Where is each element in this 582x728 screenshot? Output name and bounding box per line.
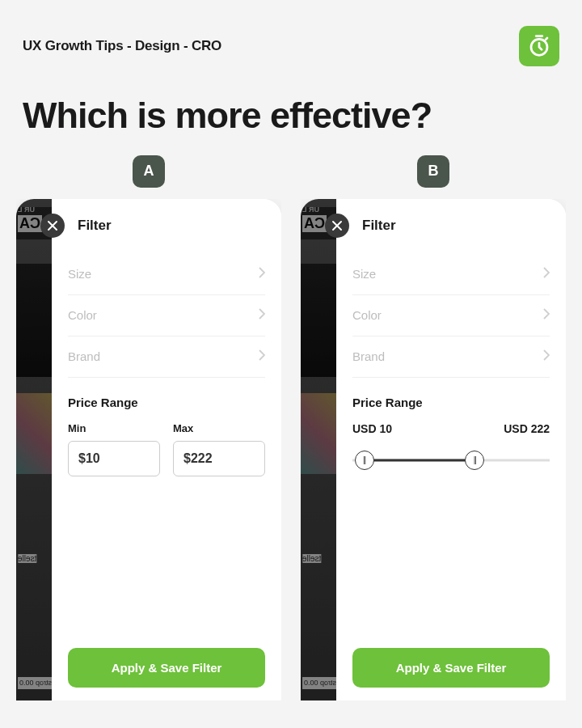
chevron-right-icon [259, 349, 265, 364]
page-header: UX Growth Tips - Design - CRO [0, 0, 582, 66]
slider-max-value: USD 222 [504, 422, 550, 435]
chevron-right-icon [543, 267, 550, 281]
option-label: Brand [352, 349, 385, 363]
price-range-slider[interactable]: || || [352, 450, 550, 471]
close-icon[interactable] [40, 214, 65, 238]
chevron-right-icon [259, 308, 265, 323]
variant-b-badge: B [417, 155, 449, 188]
filter-sheet: Filter Size Color [52, 199, 281, 700]
slider-value-labels: USD 10 USD 222 [352, 422, 550, 435]
min-label: Min [68, 422, 160, 434]
option-label: Size [68, 267, 91, 281]
slider-handle-max[interactable]: || [465, 451, 484, 470]
variant-a-phone: UR L CA tselle t Stoc tastrop 00.0 Filte… [16, 199, 281, 700]
chevron-right-icon [543, 349, 550, 364]
option-label: Size [352, 267, 376, 281]
min-price-input[interactable] [68, 441, 160, 476]
variant-b-column: B UR L CA tselle t Stoc tastrop 00.0 [301, 155, 566, 700]
filter-option-size[interactable]: Size [68, 254, 265, 295]
chevron-right-icon [543, 308, 550, 323]
price-range-label: Price Range [68, 396, 265, 409]
variant-a-column: A UR L CA tselle t Stoc tastrop 00.0 [16, 155, 281, 700]
filter-title: Filter [78, 218, 112, 234]
filter-option-color[interactable]: Color [68, 295, 265, 336]
page-title: Which is more effective? [0, 66, 582, 155]
timer-icon [519, 26, 559, 66]
filter-option-brand[interactable]: Brand [352, 336, 550, 378]
comparison-row: A UR L CA tselle t Stoc tastrop 00.0 [0, 155, 582, 700]
brand-text: UX Growth Tips - Design - CRO [23, 38, 221, 54]
max-label: Max [173, 422, 265, 434]
option-label: Color [68, 308, 97, 322]
filter-sheet: Filter Size Color [336, 199, 566, 700]
chevron-right-icon [259, 267, 265, 281]
price-range-label: Price Range [352, 396, 550, 409]
apply-filter-button[interactable]: Apply & Save Filter [352, 648, 550, 688]
filter-option-brand[interactable]: Brand [68, 336, 265, 378]
filter-option-color[interactable]: Color [352, 295, 550, 336]
option-label: Brand [68, 349, 100, 363]
apply-filter-button[interactable]: Apply & Save Filter [68, 648, 265, 688]
price-min-max-row: Min Max [68, 422, 265, 476]
max-price-input[interactable] [173, 441, 265, 476]
variant-a-badge: A [133, 155, 165, 188]
filter-option-size[interactable]: Size [352, 254, 550, 295]
slider-handle-min[interactable]: || [355, 451, 374, 470]
close-icon[interactable] [325, 214, 349, 238]
variant-b-phone: UR L CA tselle t Stoc tastrop 00.0 Filte… [301, 199, 566, 700]
background-preview: UR L CA tselle t Stoc tastrop 00.0 [301, 199, 336, 700]
background-preview: UR L CA tselle t Stoc tastrop 00.0 [16, 199, 52, 700]
filter-title: Filter [362, 218, 396, 234]
option-label: Color [352, 308, 382, 322]
slider-min-value: USD 10 [352, 422, 392, 435]
